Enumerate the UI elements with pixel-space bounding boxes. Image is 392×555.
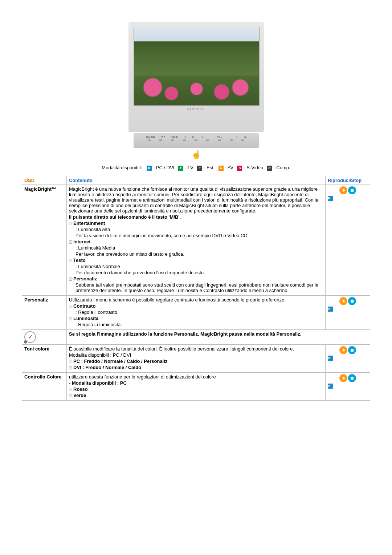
magicbright-content: MagicBright è una nuova funzione che for… <box>67 185 326 295</box>
play-icon[interactable] <box>339 297 347 305</box>
btn-enter: ↵ <box>236 135 238 138</box>
btn-vol-plus: + <box>228 136 230 138</box>
stop-icon[interactable] <box>348 346 356 354</box>
tonicolore-title: Toni colore <box>22 344 67 372</box>
stop-icon[interactable] <box>348 186 356 194</box>
mode-badge-p: P <box>328 384 333 389</box>
btn-menu: MENU <box>171 136 178 138</box>
hand-icon: ☝ <box>22 150 370 159</box>
label-s: : S-Video <box>244 165 263 170</box>
play-icon[interactable] <box>339 186 347 194</box>
bullet-icon <box>69 366 72 369</box>
btn-ch-label: CH <box>192 136 195 138</box>
bullet-icon <box>69 305 72 308</box>
label-a: : AV <box>225 165 233 170</box>
controllo-playstop: P <box>326 372 370 400</box>
mode-badge-p: P <box>328 356 333 361</box>
badge-t: T <box>178 166 183 171</box>
mode-badge-p: P <box>328 196 333 201</box>
badge-c: C <box>267 166 272 171</box>
badge-a: A <box>219 166 224 171</box>
bullet-icon <box>69 240 72 244</box>
badge-p: P <box>147 166 152 171</box>
controllo-content: utilizzare questa funzione per le regola… <box>67 372 326 400</box>
row-note: ✓ Se si regola l'immagine utilizzando la… <box>22 329 370 344</box>
btn-vol-minus: − <box>210 136 211 138</box>
magicbright-playstop: P <box>326 185 370 295</box>
play-icon[interactable] <box>339 346 347 354</box>
bullet-icon <box>69 388 72 391</box>
modes-available: Modalità disponibili P : PC / DVI T : TV… <box>22 165 370 171</box>
header-osd: OSD <box>22 176 67 185</box>
controllo-title: Controllo Colore <box>22 372 67 400</box>
label-c: : Comp. <box>274 165 290 170</box>
bullet-icon <box>69 222 72 225</box>
stop-icon[interactable] <box>348 297 356 305</box>
row-controllo-colore: Controllo Colore utilizzare questa funzi… <box>22 372 370 400</box>
magicbright-title: MagicBright™ <box>22 185 67 295</box>
bullet-icon <box>69 278 72 281</box>
personaliz-title: Personaliz <box>22 295 67 329</box>
modes-prefix: Modalità disponibili <box>102 165 142 170</box>
note-text-cell: Se si regola l'immagine utilizzando la f… <box>67 329 370 344</box>
personaliz-content: Utilizzando i menu a schermo è possibile… <box>67 295 326 329</box>
btn-power: ⏻ <box>244 136 246 138</box>
monitor-illustration: SAMSUNG SOURCE PIP MENU ∨ CH ∧ − VOL + ↵… <box>22 22 370 159</box>
note-icon: ✓ <box>24 331 36 343</box>
row-magicbright: MagicBright™ MagicBright è una nuova fun… <box>22 185 370 295</box>
note-icon-cell: ✓ <box>22 329 67 344</box>
btn-vol-label: VOL <box>217 136 222 138</box>
btn-pip: PIP <box>162 136 165 138</box>
tonicolore-playstop: P <box>326 344 370 372</box>
row-tonicolore: Toni colore È possibile modificare la to… <box>22 344 370 372</box>
tonicolore-content: È possibile modificare la tonalità dei c… <box>67 344 326 372</box>
bullet-icon <box>69 259 72 262</box>
row-personaliz: Personaliz Utilizzando i menu a schermo … <box>22 295 370 329</box>
badge-s: S <box>237 166 242 171</box>
bullet-icon <box>69 360 72 363</box>
label-t: : TV <box>185 165 193 170</box>
personaliz-playstop: P <box>326 295 370 329</box>
table-header-row: OSD Contenuto Riproduci/Stop <box>22 176 370 185</box>
btn-ch-up: ∧ <box>202 135 203 138</box>
stop-icon[interactable] <box>348 374 356 382</box>
monitor-screen <box>134 27 260 106</box>
bullet-icon <box>69 317 72 320</box>
monitor-stand: SOURCE PIP MENU ∨ CH ∧ − VOL + ↵ ⏻ <box>134 133 259 148</box>
bullet-icon <box>69 394 72 397</box>
badge-e: E <box>197 166 202 171</box>
brand-label: SAMSUNG <box>134 108 259 110</box>
mode-badge-p: P <box>328 307 333 312</box>
btn-ch-down: ∨ <box>184 135 186 138</box>
label-p: : PC / DVI <box>154 165 175 170</box>
header-content: Contenuto <box>67 176 326 185</box>
header-playstop: Riproduci/Stop <box>326 176 370 185</box>
play-icon[interactable] <box>339 374 347 382</box>
settings-table: OSD Contenuto Riproduci/Stop MagicBright… <box>22 176 370 401</box>
btn-source: SOURCE <box>146 136 155 138</box>
label-e: : Est. <box>204 165 215 170</box>
